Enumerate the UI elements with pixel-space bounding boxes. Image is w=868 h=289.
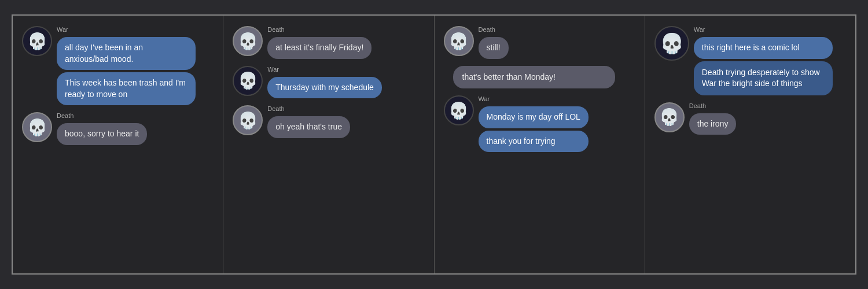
message-row: 💀 War Monday is my day off LOL thank you…: [444, 95, 635, 152]
avatar-death-2: 💀: [233, 26, 263, 56]
sender-name: Death: [689, 102, 737, 109]
message-row: 💀 War this right here is a comic lol Dea…: [654, 26, 846, 95]
message-row: 💀 War Thursday with my schedule: [233, 66, 424, 99]
message-row: 💀 War all day I've been in an anxious/ba…: [22, 26, 214, 105]
avatar-war-3: 💀: [444, 95, 474, 125]
chat-bubble: this right here is a comic lol: [694, 37, 833, 59]
avatar-war-2: 💀: [233, 66, 263, 96]
message-column: War Monday is my day off LOL thank you f…: [479, 95, 589, 152]
chat-bubble: at least it's finally Friday!: [267, 37, 372, 59]
message-row: 💀 Death still!: [444, 26, 635, 59]
sender-name: War: [479, 95, 589, 102]
message-column: War this right here is a comic lol Death…: [694, 26, 833, 95]
chat-bubble: still!: [479, 37, 509, 59]
message-row: 💀 Death booo, sorry to hear it: [22, 112, 214, 145]
chat-bubble: Monday is my day off LOL: [479, 106, 589, 128]
sender-name: Death: [57, 112, 147, 119]
chat-bubble: thank you for trying: [479, 131, 589, 153]
chat-bubble: oh yeah that's true: [267, 116, 350, 138]
panel-2: 💀 Death at least it's finally Friday! 💀 …: [223, 16, 434, 273]
sender-name: War: [694, 26, 833, 33]
message-column: War all day I've been in an anxious/bad …: [57, 26, 196, 105]
message-row: 💀 Death at least it's finally Friday!: [233, 26, 424, 59]
panel-1: 💀 War all day I've been in an anxious/ba…: [13, 16, 223, 273]
message-row: 💀 Death oh yeah that's true: [233, 105, 424, 138]
chat-bubble: that's better than Monday!: [453, 66, 615, 89]
message-row: 💀 Death the irony: [654, 102, 846, 135]
chat-bubble: Death trying desperately to show War the…: [694, 61, 833, 95]
avatar-death-5: 💀: [654, 102, 685, 132]
chat-bubble: all day I've been in an anxious/bad mood…: [57, 37, 196, 70]
message-column: Death at least it's finally Friday!: [267, 26, 372, 59]
message-column: Death booo, sorry to hear it: [57, 112, 147, 145]
chat-bubble: booo, sorry to hear it: [57, 123, 147, 145]
panel-4: 💀 War this right here is a comic lol Dea…: [645, 16, 855, 273]
panel-3: 💀 Death still! that's better than Monday…: [435, 16, 645, 273]
message-column: Death the irony: [689, 102, 737, 135]
sender-name: Death: [267, 26, 372, 33]
avatar-war-4: 💀: [654, 26, 689, 61]
standalone-bubble-row: that's better than Monday!: [448, 66, 635, 89]
sender-name: War: [57, 26, 196, 33]
sender-name: Death: [267, 105, 350, 112]
avatar-war-1: 💀: [22, 26, 52, 56]
chat-bubble: Thursday with my schedule: [267, 77, 382, 99]
sender-name: Death: [479, 26, 509, 33]
message-column: Death oh yeah that's true: [267, 105, 350, 138]
avatar-death-1: 💀: [22, 112, 52, 142]
message-column: Death still!: [479, 26, 509, 59]
avatar-death-4: 💀: [444, 26, 474, 56]
message-column: War Thursday with my schedule: [267, 66, 382, 99]
chat-bubble: This week has been trash and I'm ready t…: [57, 72, 196, 105]
avatar-death-3: 💀: [233, 105, 263, 135]
chat-container: 💀 War all day I've been in an anxious/ba…: [12, 14, 856, 275]
chat-bubble: the irony: [689, 113, 737, 135]
sender-name: War: [267, 66, 382, 73]
